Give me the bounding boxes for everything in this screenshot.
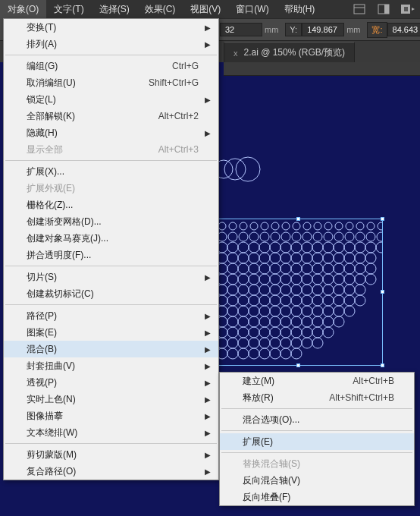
x-value[interactable]: 32	[220, 23, 262, 36]
object-menu-sep-19	[5, 304, 217, 305]
object-menu-item-3[interactable]: 编组(G)Ctrl+G	[4, 58, 218, 74]
submenu-arrow-icon: ▶	[205, 362, 211, 370]
blend-menu-item-5[interactable]: 扩展(E)	[220, 433, 414, 450]
blend-menu-label-7: 替换混合轴(S)	[243, 458, 300, 470]
object-menu-item-18[interactable]: 创建裁切标记(C)	[4, 285, 218, 302]
blend-menu-label-5: 扩展(E)	[243, 436, 273, 448]
object-menu-item-24[interactable]: 透视(P)▶	[4, 374, 218, 391]
object-menu-sep-28	[5, 443, 217, 444]
object-menu-item-6[interactable]: 全部解锁(K)Alt+Ctrl+2	[4, 108, 218, 124]
svg-rect-0	[354, 5, 365, 14]
handle-br[interactable]	[381, 363, 384, 367]
object-menu-item-5[interactable]: 锁定(L)▶	[4, 91, 218, 108]
submenu-arrow-icon: ▶	[205, 429, 211, 437]
object-menu-item-20[interactable]: 路径(P)▶	[4, 307, 218, 324]
submenu-arrow-icon: ▶	[205, 412, 211, 420]
object-menu-sep-2	[5, 55, 217, 55]
blend-menu-item-0[interactable]: 建立(M)Alt+Ctrl+B	[220, 373, 414, 389]
handle-bm[interactable]	[296, 363, 300, 367]
object-menu-item-23[interactable]: 封套扭曲(V)▶	[4, 357, 218, 374]
object-menu-item-14[interactable]: 创建对象马赛克(J)...	[4, 230, 218, 247]
object-menu-label-18: 创建裁切标记(C)	[27, 288, 94, 300]
object-menu-item-22[interactable]: 混合(B)▶	[4, 341, 218, 357]
object-menu-item-26[interactable]: 图像描摹▶	[4, 407, 218, 424]
object-menu-shortcut-6: Alt+Ctrl+2	[158, 111, 199, 121]
object-menu-label-27: 文本绕排(W)	[27, 426, 77, 439]
y-label: Y:	[285, 23, 302, 36]
object-menu-shortcut-8: Alt+Ctrl+3	[158, 144, 199, 155]
tab-document[interactable]: x 2.ai @ 150% (RGB/预览)	[224, 42, 355, 62]
object-menu-label-14: 创建对象马赛克(J)...	[27, 232, 108, 245]
panel-icon[interactable]	[375, 2, 393, 17]
handle-tm[interactable]	[296, 217, 300, 221]
object-menu-item-29[interactable]: 剪切蒙版(M)▶	[4, 446, 218, 463]
object-menu-item-30[interactable]: 复合路径(O)▶	[4, 463, 218, 480]
menu-4[interactable]: 视图(V)	[183, 0, 228, 19]
object-menu-label-3: 编组(G)	[27, 60, 58, 73]
object-menu-label-8: 显示全部	[27, 143, 63, 156]
object-menu-label-20: 路径(P)	[27, 310, 57, 322]
blend-menu-label-8: 反向混合轴(V)	[243, 474, 300, 487]
submenu-arrow-icon: ▶	[205, 329, 211, 337]
blend-menu-item-3[interactable]: 混合选项(O)...	[220, 411, 414, 428]
close-icon[interactable]: x	[234, 49, 238, 58]
object-menu-item-12[interactable]: 栅格化(Z)...	[4, 197, 218, 213]
object-menu: 变换(T)▶排列(A)▶编组(G)Ctrl+G取消编组(U)Shift+Ctrl…	[3, 18, 219, 480]
object-menu-item-11: 扩展外观(E)	[4, 180, 218, 197]
object-menu-item-10[interactable]: 扩展(X)...	[4, 163, 218, 180]
canvas-circles-top	[216, 148, 277, 196]
submenu-arrow-icon: ▶	[205, 312, 211, 320]
submenu-arrow-icon: ▶	[205, 129, 211, 137]
menu-2[interactable]: 选择(S)	[92, 0, 137, 19]
menu-5[interactable]: 窗口(W)	[228, 0, 276, 19]
object-menu-item-21[interactable]: 图案(E)▶	[4, 324, 218, 341]
object-menu-item-0[interactable]: 变换(T)▶	[4, 19, 218, 36]
object-menu-item-15[interactable]: 拼合透明度(F)...	[4, 247, 218, 263]
object-menu-item-4[interactable]: 取消编组(U)Shift+Ctrl+G	[4, 74, 218, 91]
arrange-icon[interactable]	[399, 2, 417, 17]
object-menu-label-10: 扩展(X)...	[27, 165, 64, 178]
object-menu-label-26: 图像描摹	[27, 410, 63, 423]
object-menu-label-22: 混合(B)	[27, 343, 57, 356]
object-menu-item-7[interactable]: 隐藏(H)▶	[4, 124, 218, 141]
object-menu-label-13: 创建渐变网格(D)...	[27, 216, 102, 228]
blend-menu-label-9: 反向堆叠(F)	[243, 491, 290, 504]
object-menu-item-1[interactable]: 排列(A)▶	[4, 36, 218, 52]
menubar: 对象(O)文字(T)选择(S)效果(C)视图(V)窗口(W)帮助(H)	[0, 0, 420, 18]
blend-menu-shortcut-0: Alt+Ctrl+B	[353, 376, 394, 386]
w-value[interactable]: 84.643	[387, 23, 420, 36]
object-menu-item-25[interactable]: 实时上色(N)▶	[4, 391, 218, 407]
blend-menu-sep-6	[221, 452, 412, 453]
submenu-arrow-icon: ▶	[205, 96, 211, 104]
blend-menu-item-1[interactable]: 释放(R)Alt+Shift+Ctrl+B	[220, 389, 414, 406]
y-value[interactable]: 149.867	[302, 23, 344, 36]
object-menu-label-1: 排列(A)	[27, 38, 57, 51]
object-menu-label-5: 锁定(L)	[27, 93, 56, 106]
blend-menu-label-3: 混合选项(O)...	[243, 414, 299, 426]
w-label: 宽:	[367, 22, 387, 38]
layout-icon[interactable]	[350, 2, 368, 17]
handle-tr[interactable]	[381, 217, 384, 221]
submenu-arrow-icon: ▶	[205, 24, 211, 32]
object-menu-label-4: 取消编组(U)	[27, 77, 76, 90]
blend-menu-sep-2	[221, 408, 412, 409]
submenu-arrow-icon: ▶	[205, 345, 211, 354]
menu-1[interactable]: 文字(T)	[46, 0, 91, 19]
handle-mr[interactable]	[381, 290, 384, 294]
svg-rect-3	[384, 5, 389, 14]
submenu-arrow-icon: ▶	[205, 451, 211, 459]
svg-point-8	[236, 157, 260, 181]
object-menu-item-27[interactable]: 文本绕排(W)▶	[4, 424, 218, 441]
menu-6[interactable]: 帮助(H)	[277, 0, 323, 19]
object-menu-item-13[interactable]: 创建渐变网格(D)...	[4, 213, 218, 230]
menu-3[interactable]: 效果(C)	[137, 0, 183, 19]
object-menu-label-0: 变换(T)	[27, 21, 56, 34]
blend-menu-item-8[interactable]: 反向混合轴(V)	[220, 472, 414, 489]
object-menu-item-17[interactable]: 切片(S)▶	[4, 269, 218, 285]
object-menu-label-7: 隐藏(H)	[27, 127, 58, 140]
ruler-horizontal	[224, 62, 420, 76]
svg-rect-5	[404, 7, 408, 11]
menu-0[interactable]: 对象(O)	[0, 0, 46, 19]
blend-menu-item-9[interactable]: 反向堆叠(F)	[220, 489, 414, 505]
object-menu-label-15: 拼合透明度(F)...	[27, 249, 91, 262]
